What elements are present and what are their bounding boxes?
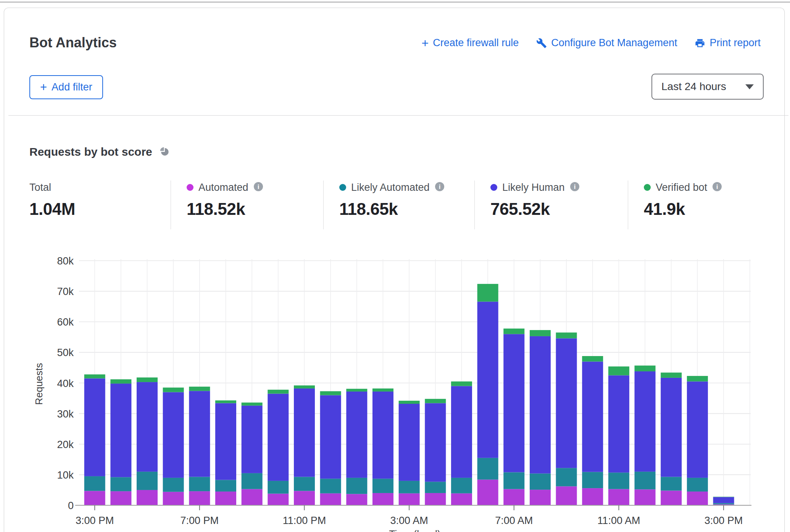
bar-segment[interactable] [425,403,446,482]
bar-segment[interactable] [530,330,551,336]
bar-segment[interactable] [556,339,577,468]
create-firewall-rule-link[interactable]: + Create firewall rule [421,37,519,49]
time-range-select[interactable]: Last 24 hours [651,74,764,100]
bar-segment[interactable] [189,387,210,391]
bar-segment[interactable] [268,394,289,481]
bar-segment[interactable] [661,491,682,505]
bar-segment[interactable] [687,381,708,477]
bar-segment[interactable] [84,374,105,378]
bar-segment[interactable] [477,458,498,480]
bar-segment[interactable] [608,489,629,505]
bar-segment[interactable] [242,489,263,505]
bar-segment[interactable] [608,472,629,489]
bar-segment[interactable] [399,404,420,481]
bar-segment[interactable] [425,493,446,505]
bar-segment[interactable] [713,497,734,497]
bar-segment[interactable] [477,480,498,505]
bar-segment[interactable] [294,491,315,505]
bar-segment[interactable] [582,356,603,361]
bar-segment[interactable] [503,334,524,472]
bar-segment[interactable] [661,372,682,378]
bar-segment[interactable] [189,491,210,505]
bar-segment[interactable] [320,493,341,505]
bar-segment[interactable] [268,390,289,393]
configure-bot-management-link[interactable]: Configure Bot Management [536,37,677,49]
bar-segment[interactable] [163,492,184,505]
bar-segment[interactable] [582,361,603,472]
bar-segment[interactable] [635,371,656,472]
bar-segment[interactable] [189,391,210,477]
bar-segment[interactable] [399,401,420,404]
bar-segment[interactable] [503,472,524,489]
bar-segment[interactable] [687,376,708,381]
bar-segment[interactable] [346,392,367,478]
bar-segment[interactable] [137,382,158,472]
bar-segment[interactable] [137,377,158,382]
bar-segment[interactable] [110,384,131,477]
bar-segment[interactable] [635,489,656,505]
info-icon[interactable]: i [570,182,580,193]
bar-segment[interactable] [294,389,315,477]
bar-segment[interactable] [608,366,629,375]
bar-segment[interactable] [451,381,472,386]
bar-segment[interactable] [346,478,367,494]
bar-segment[interactable] [84,491,105,505]
bar-segment[interactable] [215,403,236,480]
bar-segment[interactable] [451,386,472,478]
bar-segment[interactable] [137,472,158,490]
bar-segment[interactable] [530,490,551,505]
bar-segment[interactable] [477,301,498,458]
bar-segment[interactable] [687,492,708,505]
bar-segment[interactable] [556,332,577,338]
bar-segment[interactable] [137,490,158,505]
bar-segment[interactable] [346,494,367,505]
bar-segment[interactable] [661,378,682,477]
bar-segment[interactable] [163,392,184,478]
bar-segment[interactable] [713,503,734,504]
info-icon[interactable]: i [712,182,722,193]
bar-segment[interactable] [346,389,367,392]
bar-segment[interactable] [294,385,315,389]
bar-segment[interactable] [399,481,420,493]
bar-segment[interactable] [163,478,184,492]
bar-segment[interactable] [320,391,341,395]
bar-segment[interactable] [110,379,131,384]
bar-segment[interactable] [268,494,289,505]
bar-segment[interactable] [661,477,682,490]
bar-segment[interactable] [635,366,656,371]
bar-segment[interactable] [320,395,341,479]
bar-segment[interactable] [425,399,446,403]
bar-segment[interactable] [530,336,551,474]
bar-segment[interactable] [582,472,603,488]
bar-segment[interactable] [163,388,184,392]
add-filter-button[interactable]: + Add filter [29,75,103,99]
bar-segment[interactable] [503,329,524,334]
bar-segment[interactable] [582,488,603,505]
bar-segment[interactable] [530,474,551,490]
bar-segment[interactable] [242,403,263,406]
bar-segment[interactable] [635,472,656,489]
bar-segment[interactable] [110,477,131,491]
bar-segment[interactable] [242,473,263,489]
print-report-link[interactable]: Print report [695,37,761,49]
bar-segment[interactable] [215,480,236,491]
bar-segment[interactable] [477,284,498,301]
bar-segment[interactable] [320,479,341,493]
bar-segment[interactable] [687,478,708,492]
bar-segment[interactable] [372,392,393,479]
bar-segment[interactable] [425,482,446,493]
bar-segment[interactable] [84,476,105,491]
bar-segment[interactable] [451,478,472,493]
bar-segment[interactable] [189,477,210,491]
bar-segment[interactable] [84,378,105,476]
bar-segment[interactable] [215,492,236,505]
bar-segment[interactable] [399,493,420,505]
bar-segment[interactable] [372,389,393,392]
bar-segment[interactable] [268,481,289,494]
info-icon[interactable]: i [253,182,263,193]
bar-segment[interactable] [372,479,393,493]
bar-segment[interactable] [215,400,236,403]
bar-segment[interactable] [294,477,315,491]
bar-segment[interactable] [556,468,577,486]
bar-segment[interactable] [451,493,472,505]
